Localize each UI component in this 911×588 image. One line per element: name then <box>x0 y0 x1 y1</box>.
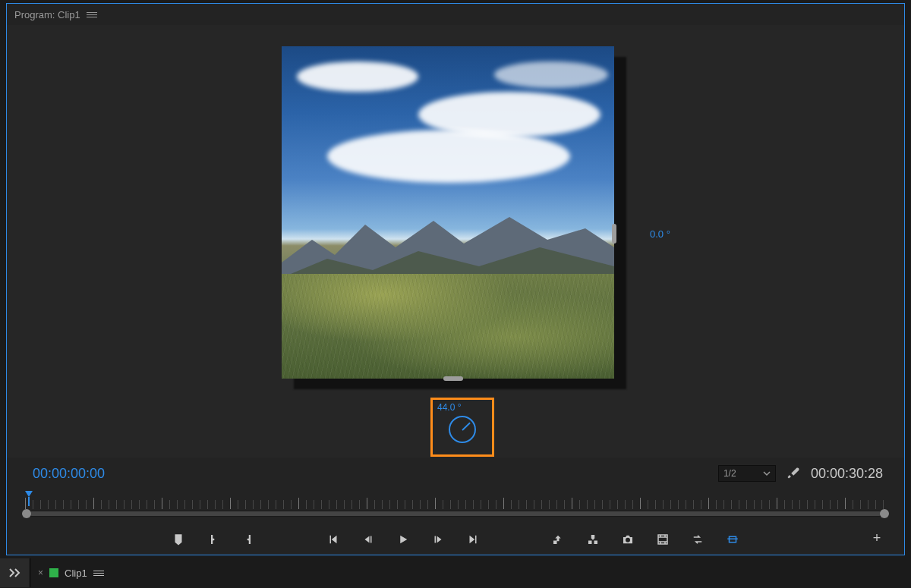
go-to-in-icon <box>326 533 340 546</box>
scroll-handle-right[interactable] <box>880 509 889 518</box>
add-marker-button[interactable] <box>170 532 187 547</box>
swap-icon <box>691 533 705 546</box>
ruler-scrollbar[interactable] <box>25 511 886 517</box>
frame-handle-right[interactable] <box>612 224 616 244</box>
timecode-row: 00:00:00:00 1/2 00:00:30:28 <box>7 463 904 484</box>
expand-panels-button[interactable] <box>0 558 30 587</box>
mark-out-icon <box>241 533 255 546</box>
extract-button[interactable] <box>585 532 601 547</box>
go-to-out-icon <box>466 533 480 546</box>
extract-icon <box>586 533 600 546</box>
panel-title-prefix: Program: <box>14 9 55 20</box>
panel-header: Program: Clip1 <box>7 4 904 25</box>
zoom-level-select[interactable]: 1/2 <box>718 465 776 482</box>
tab-close-button[interactable]: × <box>38 568 43 578</box>
mark-in-icon <box>206 533 220 546</box>
double-chevron-right-icon <box>8 568 22 578</box>
transport-controls <box>7 527 904 552</box>
timeline-tab-strip: × Clip1 <box>0 558 911 587</box>
button-editor-button[interactable]: + <box>869 530 884 546</box>
settings-button[interactable] <box>786 466 800 482</box>
sequence-color-swatch <box>49 568 58 577</box>
playhead[interactable] <box>25 491 33 497</box>
video-frame[interactable] <box>282 46 614 379</box>
marker-icon <box>172 533 185 546</box>
panel-menu-icon[interactable] <box>87 12 97 17</box>
frame-handle-bottom[interactable] <box>443 376 463 381</box>
chevron-down-icon <box>763 470 771 477</box>
preview-canvas[interactable]: 0.0 ° 44.0 ° <box>7 25 904 458</box>
duration-timecode: 00:00:30:28 <box>811 466 883 482</box>
toggle-proxies-button[interactable] <box>689 532 706 547</box>
current-timecode[interactable]: 00:00:00:00 <box>33 466 105 482</box>
mark-in-button[interactable] <box>205 532 222 547</box>
play-icon <box>396 533 410 546</box>
export-frame-button[interactable] <box>619 532 636 547</box>
wrench-icon <box>786 466 800 480</box>
safe-margins-button[interactable] <box>724 532 741 547</box>
step-back-button[interactable] <box>360 532 377 547</box>
sequence-name: Clip1 <box>65 568 87 579</box>
video-content <box>282 46 614 379</box>
comparison-view-button[interactable] <box>654 532 671 547</box>
scroll-handle-left[interactable] <box>22 509 31 518</box>
lift-button[interactable] <box>550 532 566 547</box>
panel-title: Program: Clip1 <box>14 9 80 20</box>
go-to-out-button[interactable] <box>465 532 481 547</box>
lift-icon <box>551 533 565 546</box>
mark-out-button[interactable] <box>240 532 257 547</box>
plus-icon: + <box>873 530 881 546</box>
step-forward-button[interactable] <box>430 532 446 547</box>
program-monitor-panel: Program: Clip1 0.0 ° <box>6 3 905 555</box>
panel-title-clip: Clip1 <box>58 9 80 20</box>
sequence-tab[interactable]: × Clip1 <box>30 558 112 587</box>
camera-icon <box>621 533 635 546</box>
time-ruler[interactable] <box>25 495 886 512</box>
step-back-icon <box>361 533 375 546</box>
sequence-menu-icon[interactable] <box>93 571 104 576</box>
rotation-control[interactable]: 44.0 ° <box>430 398 494 457</box>
zoom-level-value: 1/2 <box>723 468 736 479</box>
go-to-in-button[interactable] <box>325 532 342 547</box>
step-forward-icon <box>431 533 445 546</box>
play-button[interactable] <box>395 532 411 547</box>
film-icon <box>656 533 670 546</box>
scale-readout[interactable]: 0.0 ° <box>650 228 670 240</box>
rotation-dial[interactable] <box>449 416 476 443</box>
rotation-readout[interactable]: 44.0 ° <box>437 402 462 413</box>
crop-icon <box>726 533 739 546</box>
